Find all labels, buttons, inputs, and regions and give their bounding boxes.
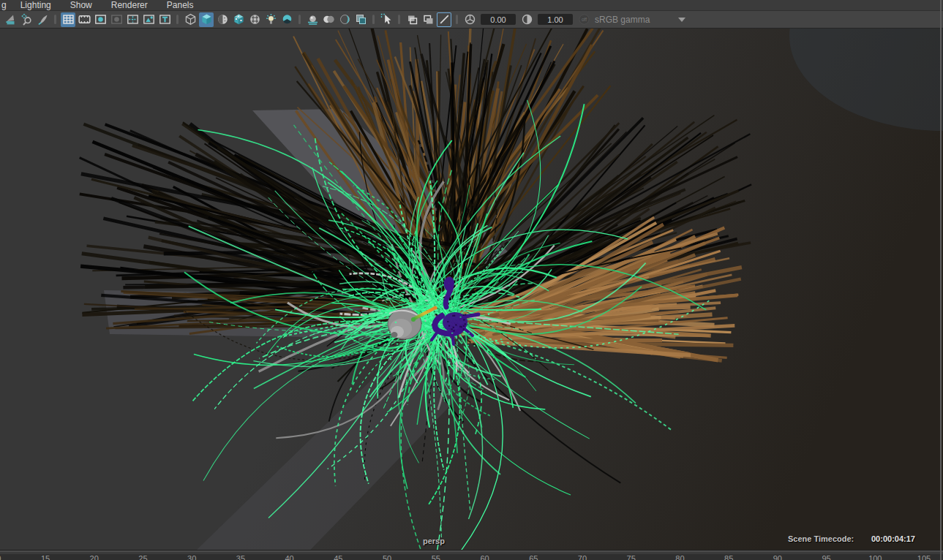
frame-label-60: 60 (480, 554, 489, 560)
scene-3d-render (0, 29, 943, 550)
wireframe-icon[interactable] (183, 12, 198, 27)
use-all-lights-icon[interactable] (263, 12, 278, 27)
isolate-select-icon[interactable] (353, 12, 368, 27)
lighting-sail-icon[interactable] (3, 12, 18, 27)
maya-viewport-panel: gLightingShowRendererPanels 0.001.00offs… (0, 0, 943, 560)
smooth-shade-icon[interactable] (199, 12, 214, 27)
grease-pencil-icon[interactable] (35, 12, 50, 27)
film-gate-icon[interactable] (77, 12, 91, 27)
scene-timecode-label: Scene Timecode: (788, 534, 854, 543)
overlap-squares-icon[interactable] (405, 12, 419, 27)
pointer-icon[interactable] (379, 12, 394, 27)
safe-title-icon[interactable] (157, 12, 172, 27)
svg-text:off: off (581, 17, 586, 22)
diagonal-line-icon[interactable] (437, 12, 451, 27)
grid-icon[interactable] (61, 12, 75, 27)
panel-menu-bar: gLightingShowRendererPanels (0, 0, 943, 11)
menu-item-panels[interactable]: Panels (157, 0, 203, 11)
chevron-down-icon (678, 18, 685, 22)
frame-label-10: 10 (0, 554, 1, 560)
toolbar-separator (372, 15, 375, 24)
frame-label-40: 40 (285, 554, 294, 560)
contrast-icon[interactable] (519, 12, 534, 27)
frame-label-45: 45 (334, 554, 342, 560)
toolbar-separator (176, 15, 179, 24)
menu-item-lighting[interactable]: Lighting (11, 0, 61, 11)
scene-timecode-value: 00:00:04:17 (871, 534, 915, 543)
menu-item-show[interactable]: Show (61, 0, 102, 11)
gate-mask-icon[interactable] (109, 12, 124, 27)
safe-action-icon[interactable] (141, 12, 156, 27)
frame-label-25: 25 (138, 554, 147, 560)
wireframe-on-shaded-icon[interactable] (247, 12, 262, 27)
frame-label-70: 70 (578, 554, 587, 560)
time-slider[interactable]: 1015202530354045505560657075808590951001… (0, 550, 943, 560)
frame-label-35: 35 (236, 554, 245, 560)
panel-right-border (940, 0, 942, 560)
frame-label-65: 65 (529, 554, 538, 560)
depth-of-field-icon[interactable] (337, 12, 352, 27)
view-transform-off-badge[interactable]: off (576, 12, 591, 27)
frame-label-55: 55 (432, 554, 440, 560)
frame-label-90: 90 (773, 554, 782, 560)
frame-label-50: 50 (383, 554, 391, 560)
toolbar-separator (456, 15, 458, 24)
color-space-dropdown[interactable]: sRGB gamma (595, 13, 690, 26)
frame-label-75: 75 (627, 554, 636, 560)
shadows-icon[interactable] (279, 12, 294, 27)
frame-label-20: 20 (90, 554, 99, 560)
menu-item-renderer[interactable]: Renderer (102, 0, 157, 11)
viewport-toolbar: 0.001.00offsRGB gamma (0, 11, 943, 29)
frame-label-80: 80 (675, 554, 684, 560)
viewport-canvas[interactable]: persp Scene Timecode: 00:00:04:17 (0, 29, 943, 550)
frame-label-30: 30 (187, 554, 196, 560)
pan-zoom-icon[interactable] (19, 12, 34, 27)
field-chart-icon[interactable] (125, 12, 140, 27)
motion-blur-icon[interactable] (321, 12, 336, 27)
frame-label-85: 85 (724, 554, 733, 560)
toolbar-separator (398, 15, 400, 24)
resolution-gate-icon[interactable] (93, 12, 108, 27)
toolbar-separator (54, 15, 56, 24)
camera-name-hud: persp (423, 537, 445, 545)
exposure-icon[interactable] (462, 12, 477, 27)
frame-label-100: 100 (868, 554, 882, 560)
toolbar-separator (298, 15, 301, 24)
frame-label-95: 95 (822, 554, 830, 560)
overlap-squares-filled-icon[interactable] (421, 12, 435, 27)
menu-item-clipped[interactable]: g (0, 0, 11, 11)
textured-cube-icon[interactable] (231, 12, 246, 27)
color-space-value: sRGB gamma (595, 15, 650, 25)
textured-ball-icon[interactable] (215, 12, 230, 27)
frame-label-105: 105 (917, 554, 931, 560)
contrast-field[interactable]: 1.00 (538, 14, 573, 25)
exposure-field[interactable]: 0.00 (481, 14, 516, 25)
frame-label-15: 15 (41, 554, 50, 560)
ssao-icon[interactable] (305, 12, 320, 27)
